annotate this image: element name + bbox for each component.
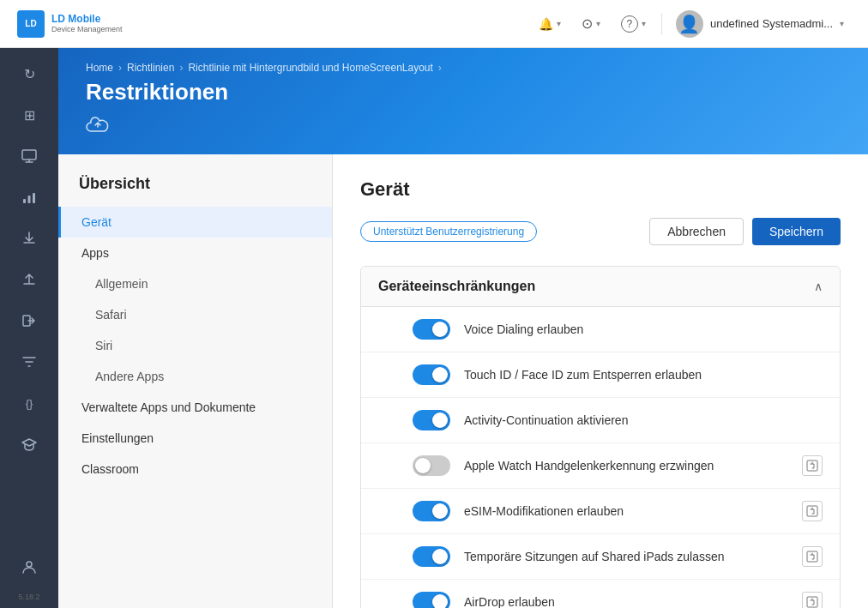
sidebar-icon-chart[interactable] — [10, 178, 48, 216]
toggle-label-activity-continuation: Activity-Continuation aktivieren — [464, 413, 823, 427]
avatar: 👤 — [676, 10, 703, 38]
toggle-touch-face-id[interactable] — [413, 364, 450, 385]
nav-item-einstellungen[interactable]: Einstellungen — [58, 423, 332, 454]
toggle-label-temp-sessions: Temporäre Sitzungen auf Shared iPads zul… — [464, 550, 788, 563]
breadcrumb-home[interactable]: Home — [86, 62, 113, 74]
toggle-row-voice-dialing: Voice Dialing erlauben — [361, 307, 840, 352]
toggle-temp-sessions[interactable] — [413, 546, 450, 567]
sidebar-icon-upload[interactable] — [10, 261, 48, 298]
help-icon: ? — [621, 15, 638, 33]
svg-rect-3 — [33, 193, 35, 203]
top-navigation: LD LD Mobile Device Management 🔔 ▾ ⊙ ▾ ?… — [0, 0, 868, 48]
main-layout: ↻ ⊞ {} 5.18.2 — [0, 48, 868, 608]
toggle-row-apple-watch: Apple Watch Handgelenkerkennung erzwinge… — [361, 443, 840, 489]
chevron-down-icon: ▾ — [840, 19, 844, 28]
save-button[interactable]: Speichern — [752, 218, 841, 245]
logo-line2: Device Management — [51, 25, 123, 34]
user-menu[interactable]: 👤 undefined Systemadmi... ▾ — [669, 7, 851, 41]
content-area: Home › Richtlinien › Richtlinie mit Hint… — [58, 48, 868, 608]
chevron-down-icon: ▾ — [557, 19, 561, 28]
logo-line1: LD Mobile — [51, 13, 123, 25]
toggle-esim[interactable] — [413, 501, 450, 521]
nav-item-geraet[interactable]: Gerät — [58, 207, 332, 238]
sidebar-icon-rail: ↻ ⊞ {} 5.18.2 — [0, 48, 58, 608]
nav-item-andere-apps[interactable]: Andere Apps — [58, 361, 332, 392]
collapse-chevron-icon: ∧ — [814, 280, 823, 293]
section-header: Gerät — [360, 178, 841, 201]
bell-icon: 🔔 — [539, 17, 553, 31]
user-registration-badge[interactable]: Unterstützt Benutzerregistrierung — [360, 221, 537, 242]
toggle-row-touch-face-id: Touch ID / Face ID zum Entsperren erlaub… — [361, 352, 840, 398]
nav-item-verwaltete-apps[interactable]: Verwaltete Apps und Dokumente — [58, 392, 332, 423]
toggle-apple-watch[interactable] — [413, 455, 450, 476]
info-icon-esim[interactable] — [802, 501, 823, 521]
logo-icon: LD — [17, 10, 45, 38]
toggle-label-airdrop: AirDrop erlauben — [464, 595, 788, 608]
breadcrumb-richtlinien[interactable]: Richtlinien — [127, 62, 174, 74]
page-title: Restriktionen — [86, 79, 841, 105]
circle-check-icon: ⊙ — [582, 15, 593, 32]
info-icon-temp-sessions[interactable] — [802, 546, 823, 567]
panels: Übersicht Gerät Apps Allgemein Safari Si… — [58, 154, 868, 608]
sidebar-icon-graduation[interactable] — [10, 425, 48, 463]
version-label: 5.18.2 — [18, 593, 39, 601]
chevron-down-icon: ▾ — [596, 19, 600, 28]
breadcrumb-richtlinie[interactable]: Richtlinie mit Hintergrundbild und HomeS… — [188, 62, 432, 74]
toggle-label-voice-dialing: Voice Dialing erlauben — [464, 322, 823, 336]
user-name-label: undefined Systemadmi... — [710, 17, 833, 30]
sidebar-icon-login[interactable] — [10, 302, 48, 340]
app-logo: LD LD Mobile Device Management — [17, 10, 123, 38]
topnav-actions: 🔔 ▾ ⊙ ▾ ? ▾ 👤 undefined Systemadmi... ▾ — [530, 7, 851, 41]
notifications-button[interactable]: 🔔 ▾ — [530, 12, 570, 36]
toggle-voice-dialing[interactable] — [413, 319, 450, 340]
status-button[interactable]: ⊙ ▾ — [573, 10, 609, 37]
collapse-header[interactable]: Geräteeinschränkungen ∧ — [361, 267, 840, 307]
sidebar-icon-user[interactable] — [10, 548, 48, 586]
sidebar-icon-code[interactable]: {} — [10, 384, 48, 422]
toggle-row-esim: eSIM-Modifikationen erlauben — [361, 489, 840, 534]
nav-item-allgemein[interactable]: Allgemein — [58, 268, 332, 299]
info-icon-apple-watch[interactable] — [802, 455, 823, 476]
nav-item-apps[interactable]: Apps — [58, 238, 332, 268]
toggle-row-activity-continuation: Activity-Continuation aktivieren — [361, 398, 840, 443]
svg-rect-2 — [28, 196, 31, 203]
toggle-label-touch-face-id: Touch ID / Face ID zum Entsperren erlaub… — [464, 368, 823, 382]
action-bar: Unterstützt Benutzerregistrierung Abbrec… — [360, 218, 841, 245]
sidebar-icon-download[interactable] — [10, 220, 48, 257]
sidebar-icon-grid[interactable]: ⊞ — [10, 96, 48, 134]
toggle-airdrop[interactable] — [413, 592, 450, 608]
nav-item-siri[interactable]: Siri — [58, 330, 332, 361]
nav-divider — [661, 14, 662, 34]
action-buttons: Abbrechen Speichern — [649, 218, 841, 245]
toggle-row-temp-sessions: Temporäre Sitzungen auf Shared iPads zul… — [361, 534, 840, 580]
info-icon-airdrop[interactable] — [802, 592, 823, 608]
breadcrumb-sep: › — [118, 62, 122, 74]
toggle-row-airdrop: AirDrop erlauben — [361, 580, 840, 608]
geraeteeinschraenkungen-section: Geräteeinschränkungen ∧ Voice Dialing er… — [360, 266, 841, 608]
sidebar-icon-monitor[interactable] — [10, 137, 48, 175]
toggle-activity-continuation[interactable] — [413, 410, 450, 430]
sidebar-icon-filter[interactable] — [10, 343, 48, 381]
svg-rect-1 — [23, 199, 26, 203]
help-button[interactable]: ? ▾ — [612, 10, 654, 38]
svg-point-5 — [27, 562, 32, 567]
toggle-label-apple-watch: Apple Watch Handgelenkerkennung erzwinge… — [464, 459, 788, 473]
collapse-title: Geräteeinschränkungen — [378, 279, 535, 294]
cancel-button[interactable]: Abbrechen — [649, 218, 744, 245]
nav-item-classroom[interactable]: Classroom — [58, 454, 332, 485]
svg-rect-0 — [22, 150, 36, 160]
breadcrumb: Home › Richtlinien › Richtlinie mit Hint… — [86, 62, 841, 74]
nav-panel-title: Übersicht — [58, 175, 332, 207]
toggle-label-esim: eSIM-Modifikationen erlauben — [464, 504, 788, 518]
nav-item-safari[interactable]: Safari — [58, 299, 332, 330]
header-banner: Home › Richtlinien › Richtlinie mit Hint… — [58, 48, 868, 154]
nav-panel: Übersicht Gerät Apps Allgemein Safari Si… — [58, 154, 333, 608]
breadcrumb-sep: › — [438, 62, 442, 74]
cloud-upload-icon[interactable] — [86, 114, 841, 137]
breadcrumb-sep: › — [179, 62, 183, 74]
chevron-down-icon: ▾ — [642, 19, 646, 28]
sidebar-icon-sync[interactable]: ↻ — [10, 55, 48, 93]
main-panel: Gerät Unterstützt Benutzerregistrierung … — [333, 154, 868, 608]
